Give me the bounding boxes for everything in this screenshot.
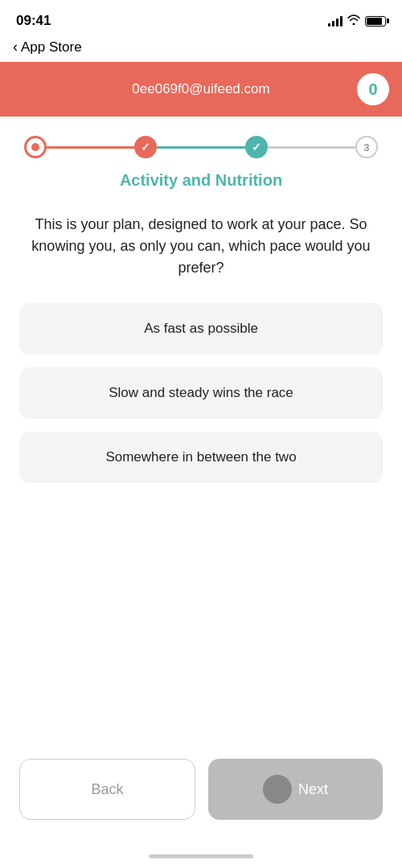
- next-button-circle: [263, 775, 292, 804]
- step-line-1: [47, 146, 134, 149]
- checkmark-icon: ✓: [141, 141, 150, 154]
- step-line-2: [157, 146, 244, 149]
- wifi-icon: [347, 14, 360, 27]
- battery-icon: [365, 16, 386, 27]
- bottom-buttons: Back Next: [0, 759, 402, 820]
- header-badge: 0: [357, 73, 389, 105]
- option-slow[interactable]: Slow and steady wins the race: [19, 367, 383, 419]
- back-button[interactable]: Back: [19, 759, 195, 820]
- nav-bar: ‹ App Store: [0, 35, 402, 62]
- step-3: ✓: [245, 136, 268, 158]
- header-email: 0ee069f0@uifeed.com: [45, 81, 357, 97]
- step-1: [24, 136, 47, 158]
- progress-steps: ✓ ✓ 3: [0, 117, 402, 166]
- next-button[interactable]: Next: [208, 759, 383, 820]
- signal-icon: [328, 15, 343, 27]
- option-middle[interactable]: Somewhere in between the two: [19, 432, 383, 483]
- section-title: Activity and Nutrition: [0, 166, 402, 206]
- step-line-3: [268, 146, 355, 149]
- header: 0ee069f0@uifeed.com 0: [0, 62, 402, 117]
- next-label: Next: [298, 781, 328, 798]
- options-container: As fast as possible Slow and steady wins…: [0, 303, 402, 483]
- home-indicator: [149, 854, 253, 858]
- back-label: App Store: [21, 39, 82, 55]
- back-chevron-icon: ‹: [13, 39, 18, 55]
- question-text: This is your plan, designed to work at y…: [0, 206, 402, 303]
- status-icons: [328, 14, 386, 27]
- checkmark-icon-2: ✓: [252, 141, 261, 154]
- status-time: 09:41: [16, 13, 51, 29]
- step-2: ✓: [134, 136, 157, 158]
- step-4-label: 3: [363, 141, 369, 154]
- step-4: 3: [355, 136, 378, 158]
- app-store-back[interactable]: ‹ App Store: [13, 39, 82, 55]
- status-bar: 09:41: [0, 0, 402, 35]
- option-fast[interactable]: As fast as possible: [19, 303, 383, 354]
